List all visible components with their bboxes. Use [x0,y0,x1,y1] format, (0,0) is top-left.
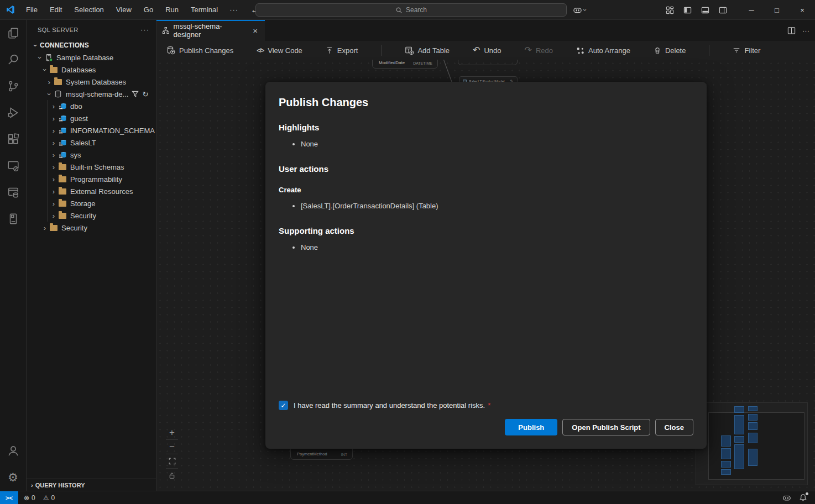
files-icon[interactable] [0,20,27,46]
export-icon [326,46,333,55]
menu-bar: File Edit Selection View Go Run Terminal… [21,3,243,16]
menu-selection[interactable]: Selection [69,3,108,16]
tree-inline-actions: ↻ [132,90,148,98]
tree-item-mssql-schema-database[interactable]: › mssql-schema-de... ↻ [27,88,156,100]
tree-item-programmability[interactable]: › Programmability [27,173,156,185]
chevron-icon: › [49,212,58,220]
publish-changes-button[interactable]: Publish Changes [166,46,233,55]
vscode-logo-icon [0,5,21,14]
tree-item-external-resources[interactable]: › External Resources [27,185,156,197]
chevron-icon: › [49,127,58,135]
minimap-table-block [748,406,757,411]
zoom-out-button[interactable]: − [164,440,180,454]
dialog-buttons: Publish Open Publish Script Close [279,419,693,435]
minimap-table-block [734,444,744,469]
customize-layout-icon[interactable] [662,3,677,17]
undo-button[interactable]: ↶ Undo [473,46,501,55]
search-icon[interactable] [0,46,27,73]
toggle-primary-sidebar-icon[interactable] [680,3,694,17]
chevron-icon: › [40,224,49,232]
toggle-secondary-sidebar-icon[interactable] [715,3,730,17]
tree-item-security-server[interactable]: › Security [27,222,156,234]
table-card-fragment[interactable]: ModifiedDate DATETIME [372,60,438,69]
source-control-icon[interactable] [0,73,27,99]
tree-item-dbo[interactable]: › dbo [27,100,156,112]
menu-go[interactable]: Go [139,3,158,16]
menu-view[interactable]: View [111,3,137,16]
account-icon[interactable] [0,438,27,464]
risk-checkbox[interactable]: ✓ [279,401,288,410]
publish-button[interactable]: Publish [505,419,557,435]
problems-status[interactable]: ⊗ 0 ⚠ 0 [24,494,55,502]
tree-item-sys[interactable]: › sys [27,149,156,161]
auto-arrange-icon [576,46,584,55]
tree-item-saleslt[interactable]: › SalesLT [27,136,156,149]
window-close-button[interactable]: × [790,0,815,20]
settings-gear-icon[interactable]: ⚙ [0,464,27,491]
error-icon: ⊗ [24,494,29,502]
filter-funnel-icon[interactable] [132,91,139,98]
menu-edit[interactable]: Edit [45,3,67,16]
redo-icon: ↷ [525,46,532,55]
close-button[interactable]: Close [655,419,693,435]
zoom-in-button[interactable]: + [164,426,180,439]
minimap-table-block [748,433,757,443]
run-debug-icon[interactable] [0,99,27,126]
tree-item-databases[interactable]: › Databases [27,64,156,76]
command-center-search[interactable]: Search [255,3,567,17]
sql-server-icon[interactable] [0,179,27,206]
open-publish-script-button[interactable]: Open Publish Script [562,419,650,435]
sidebar-more-actions-icon[interactable]: ··· [140,25,149,34]
publish-icon [166,46,175,55]
window-maximize-button[interactable]: □ [764,0,790,20]
export-button[interactable]: Export [326,46,358,55]
split-editor-icon[interactable] [787,27,796,35]
remote-indicator[interactable]: >< [0,491,18,504]
tree-item-information-schema[interactable]: › INFORMATION_SCHEMA [27,124,156,136]
table-card-fragment[interactable] [458,60,518,65]
add-table-button[interactable]: Add Table [405,46,450,55]
copilot-status-icon[interactable] [782,494,791,502]
filter-button[interactable]: Filter [733,46,760,55]
undo-icon: ↶ [473,46,480,55]
window-minimize-button[interactable]: ─ [739,0,764,20]
lock-button[interactable] [164,469,180,482]
menu-overflow-icon[interactable]: ··· [225,3,243,16]
notifications-bell-icon[interactable] [799,494,807,502]
remote-explorer-icon[interactable] [0,153,27,179]
delete-button[interactable]: Delete [654,46,686,55]
tab-mssql-schema-designer[interactable]: mssql-schema-designer × [156,20,265,41]
editor-title-actions: ··· [787,20,809,41]
schema-icon [58,138,67,147]
tree-item-storage[interactable]: › Storage [27,197,156,209]
tree-item-guest[interactable]: › guest [27,112,156,124]
search-placeholder: Search [406,6,427,14]
query-history-section[interactable]: › QUERY HISTORY [27,479,156,491]
schema-designer-icon[interactable] [0,206,27,232]
chevron-icon: › [40,66,49,74]
relationship-edge [440,60,458,84]
tree-item-security-db[interactable]: › Security [27,209,156,222]
refresh-icon[interactable]: ↻ [142,90,148,98]
extensions-icon[interactable] [0,126,27,153]
toggle-panel-icon[interactable] [698,3,712,17]
fit-to-screen-button[interactable] [164,454,180,468]
redo-button[interactable]: ↷ Redo [525,46,553,55]
menu-file[interactable]: File [21,3,43,16]
tab-close-icon[interactable]: × [251,26,259,35]
editor-more-actions-icon[interactable]: ··· [802,27,809,35]
copilot-menu[interactable]: › [573,3,586,17]
auto-arrange-button[interactable]: Auto Arrange [576,46,630,55]
chevron-down-icon: › [581,9,589,11]
minimap[interactable] [696,402,808,485]
folder-icon [58,199,67,208]
tree-item-built-in-schemas[interactable]: › Built-in Schemas [27,161,156,173]
trash-icon [654,46,661,55]
tree-section-connections[interactable]: ›CONNECTIONS [27,39,156,51]
tree-item-sample-database[interactable]: › Sample Database [27,51,156,64]
schema-icon [58,126,67,135]
view-code-button[interactable]: </> View Code [257,46,302,55]
tree-item-system-databases[interactable]: › System Databases [27,76,156,88]
menu-run[interactable]: Run [160,3,184,16]
menu-terminal[interactable]: Terminal [186,3,223,16]
